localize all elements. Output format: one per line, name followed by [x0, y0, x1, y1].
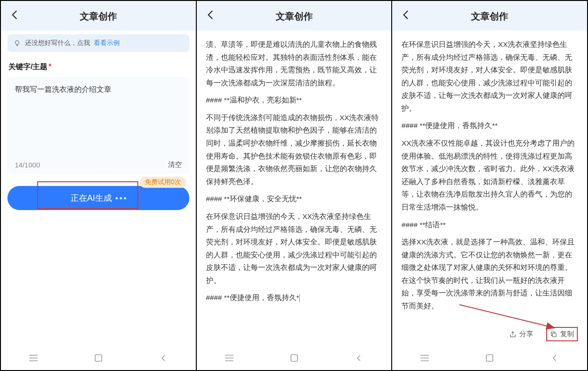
- chevron-left-icon: [207, 10, 213, 19]
- svg-point-0: [15, 41, 19, 45]
- article-paragraph: 不同于传统洗涤剂可能造成的衣物损伤，XX洗衣液特别添加了天然植物提取物和护色因子…: [206, 111, 382, 188]
- article-paragraph: #### **温和护衣，亮彩如新**: [206, 94, 382, 107]
- nav-back-icon[interactable]: [158, 354, 168, 364]
- android-nav-bar: [392, 348, 587, 370]
- hint-banner[interactable]: 还没想好写什么，点我 看看示例: [7, 34, 189, 52]
- chevron-left-icon: [402, 10, 409, 19]
- generate-button[interactable]: 正在AI生成: [7, 186, 189, 210]
- nav-home-icon[interactable]: [289, 354, 299, 364]
- article-paragraph: 选择XX洗衣液，就是选择了一种高效、温和、环保且健康的洗涤方式。它不仅让您的衣物…: [401, 236, 578, 312]
- generate-section: 免费试用0次 正在AI生成: [7, 186, 189, 210]
- svg-rect-3: [552, 333, 556, 337]
- copy-button[interactable]: 复制: [546, 327, 578, 341]
- app-header: 文章创作: [392, 1, 587, 31]
- article-paragraph: XX洗衣液不仅性能卓越，其设计也充分考虑了用户的使用体验。低泡易漂洗的特性，使得…: [401, 137, 578, 213]
- clear-button[interactable]: 清空: [168, 160, 182, 169]
- screen-result: 文章创作 在环保意识日益增强的今天，XX洗衣液坚持绿色生产，所有成分均经过严格筛…: [392, 1, 587, 370]
- article-paragraph: 在环保意识日益增强的今天，XX洗衣液坚持绿色生产，所有成分均经过严格筛选，确保无…: [401, 38, 578, 115]
- app-header: 文章创作: [197, 1, 392, 31]
- article-paragraph: #### **环保健康，安全无忧**: [206, 192, 382, 205]
- article-paragraph: #### **结语**: [401, 218, 578, 231]
- back-button[interactable]: [205, 8, 215, 24]
- trial-tag: 免费试用0次: [140, 177, 186, 188]
- keyword-textarea[interactable]: 帮我写一篇洗衣液的介绍文章 14/1000 清空: [7, 77, 189, 174]
- page-title: 文章创作: [215, 10, 373, 23]
- nav-menu-icon[interactable]: [224, 355, 234, 363]
- share-button[interactable]: 分享: [506, 328, 536, 340]
- keyword-value: 帮我写一篇洗衣液的介绍文章: [15, 84, 182, 155]
- svg-rect-5: [486, 355, 493, 361]
- nav-back-icon[interactable]: [549, 354, 560, 364]
- article-output[interactable]: 渍、草渍等，即便是难以清洗的儿童衣物上的食物残渣，也能轻松应对。其独特的表面活性…: [197, 31, 392, 348]
- loading-dots-icon: [116, 197, 126, 199]
- article-paragraph: 在环保意识日益增强的今天，XX洗衣液坚持绿色生产，所有成分均经过严格筛选，确保无…: [206, 210, 382, 287]
- hint-text: 还没想好写什么，点我: [25, 39, 90, 47]
- generate-label: 正在AI生成: [71, 192, 112, 204]
- article-output[interactable]: 在环保意识日益增强的今天，XX洗衣液坚持绿色生产，所有成分均经过严格筛选，确保无…: [392, 31, 587, 323]
- share-icon: [509, 331, 517, 338]
- field-label: 关键字/主题*: [8, 62, 188, 72]
- page-title: 文章创作: [411, 10, 569, 23]
- text-cursor: [299, 294, 300, 302]
- nav-home-icon[interactable]: [93, 354, 103, 364]
- nav-home-icon[interactable]: [485, 354, 495, 364]
- copy-icon: [550, 331, 557, 338]
- article-paragraph: 渍、草渍等，即便是难以清洗的儿童衣物上的食物残渣，也能轻松应对。其独特的表面活性…: [206, 38, 382, 89]
- screen-input: 文章创作 还没想好写什么，点我 看看示例 关键字/主题* 帮我写一篇洗衣液的介绍…: [1, 1, 197, 370]
- nav-menu-icon[interactable]: [420, 355, 430, 363]
- article-paragraph: #### **便捷使用，香氛持久**: [401, 119, 578, 132]
- char-counter: 14/1000: [15, 161, 40, 169]
- back-button[interactable]: [401, 8, 411, 24]
- android-nav-bar: [1, 348, 196, 370]
- android-nav-bar: [197, 348, 392, 370]
- screen-generating: 文章创作 渍、草渍等，即便是难以清洗的儿童衣物上的食物残渣，也能轻松应对。其独特…: [197, 1, 393, 370]
- example-link[interactable]: 看看示例: [94, 39, 120, 47]
- lightbulb-icon: [13, 39, 21, 47]
- back-button[interactable]: [9, 8, 19, 24]
- svg-rect-2: [291, 355, 297, 361]
- app-header: 文章创作: [1, 1, 196, 31]
- chevron-left-icon: [11, 10, 18, 19]
- output-actions: 分享 复制: [392, 323, 587, 348]
- nav-back-icon[interactable]: [354, 354, 364, 364]
- nav-menu-icon[interactable]: [28, 355, 39, 363]
- page-title: 文章创作: [19, 10, 177, 23]
- svg-rect-1: [95, 355, 102, 361]
- article-paragraph: #### **便捷使用，香氛持久*: [206, 291, 382, 304]
